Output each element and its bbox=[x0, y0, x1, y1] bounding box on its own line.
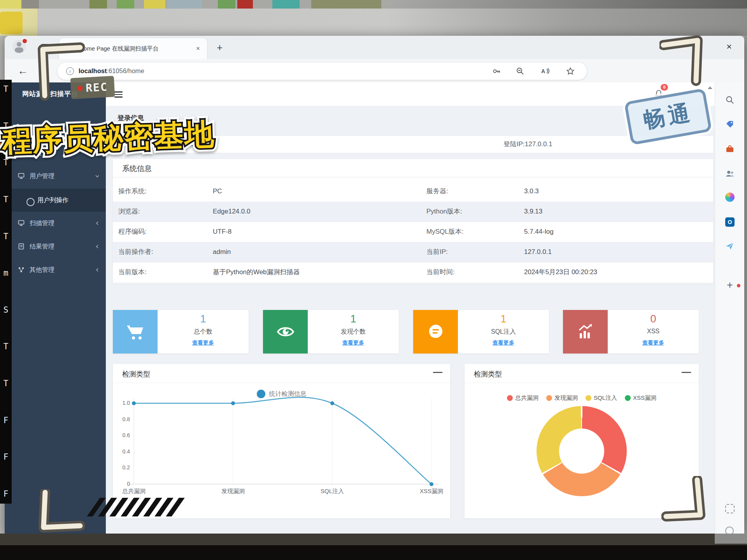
key-icon[interactable] bbox=[493, 67, 501, 75]
chevron-down-icon bbox=[95, 174, 100, 178]
stat-value: 1 bbox=[158, 313, 249, 325]
paper-plane-icon[interactable] bbox=[725, 242, 735, 251]
designer-icon[interactable] bbox=[725, 192, 735, 202]
stat-label: SQL注入 bbox=[458, 328, 549, 336]
slash-marks bbox=[93, 498, 178, 516]
legend-dot-icon bbox=[546, 395, 552, 401]
document-icon bbox=[18, 243, 25, 250]
sidebar-item-result-management[interactable]: 结果管理 bbox=[5, 235, 106, 258]
comment-icon bbox=[425, 321, 447, 342]
sidebar-item-user-management[interactable]: 用户管理 bbox=[5, 164, 106, 187]
legend-item[interactable]: 发现漏洞 bbox=[546, 394, 578, 402]
sidebar-item-scan-management[interactable]: 扫描管理 bbox=[5, 212, 106, 234]
row-value: 3.9.13 bbox=[524, 201, 542, 222]
table-row: 操作系统:PC服务器:3.0.3 bbox=[113, 181, 713, 202]
film-strip-letter: F bbox=[4, 490, 9, 498]
outlook-icon[interactable]: O bbox=[725, 217, 735, 227]
desktop-right-sliver bbox=[744, 36, 747, 534]
film-strip-letter: T bbox=[4, 196, 9, 204]
legend-item[interactable]: SQL注入 bbox=[586, 394, 617, 402]
row-value: UTF-8 bbox=[213, 222, 231, 242]
sidebar-item-label: 结果管理 bbox=[30, 235, 54, 258]
row-label: 当前时间: bbox=[426, 262, 455, 282]
circle-icon bbox=[26, 198, 35, 206]
collapse-button[interactable]: — bbox=[682, 366, 691, 377]
stat-value: 1 bbox=[458, 313, 549, 325]
film-strip-letter: F bbox=[4, 416, 9, 425]
film-strip-letter: F bbox=[4, 453, 9, 461]
legend-dot-icon bbox=[586, 395, 591, 401]
hamburger-menu-icon[interactable] bbox=[114, 91, 123, 99]
video-bottom-band-dark bbox=[0, 545, 747, 560]
bar-chart-icon bbox=[575, 322, 596, 342]
row-label: 当前IP: bbox=[426, 242, 448, 262]
main-content: 登录信息 登陆时间:2024-05-23 00:20:05 登陆IP:127.0… bbox=[106, 106, 715, 534]
plus-icon[interactable]: + bbox=[725, 280, 735, 290]
shopping-tag-icon[interactable] bbox=[725, 120, 735, 129]
stat-value: 1 bbox=[308, 313, 399, 325]
stat-label: XSS bbox=[608, 328, 699, 335]
sidebar-item-label: 扫描管理 bbox=[30, 212, 54, 234]
briefcase-icon[interactable] bbox=[725, 144, 735, 154]
row-label: 程序编码: bbox=[118, 222, 147, 242]
stat-card-xss: 0 XSS 查看更多 bbox=[563, 310, 699, 354]
y-axis-tick: 1.0 bbox=[113, 400, 130, 406]
svg-text:A: A bbox=[541, 68, 545, 74]
row-label: 服务器: bbox=[426, 181, 448, 201]
system-info-card: 系统信息 操作系统:PC服务器:3.0.3 浏览器:Edge124.0.0Pyt… bbox=[113, 159, 713, 284]
view-more-link[interactable]: 查看更多 bbox=[308, 340, 399, 346]
stat-icon-box bbox=[413, 310, 458, 354]
stat-icon-box bbox=[563, 310, 608, 354]
rec-badge: REC bbox=[70, 76, 115, 99]
corner-bracket-bottom-left bbox=[34, 489, 85, 537]
back-arrow-icon[interactable]: ← bbox=[18, 64, 28, 78]
people-icon[interactable] bbox=[725, 169, 735, 178]
legend-label: 总共漏洞 bbox=[515, 394, 538, 402]
read-aloud-icon[interactable]: A bbox=[541, 67, 549, 75]
table-row: 当前版本:基于Python的Web漏洞扫描器当前时间:2024年5月23日 00… bbox=[113, 262, 713, 283]
row-value: 5.7.44-log bbox=[524, 222, 554, 242]
stat-value: 0 bbox=[608, 313, 699, 325]
divider bbox=[465, 383, 699, 383]
view-more-link[interactable]: 查看更多 bbox=[158, 340, 249, 346]
app-navbar: 0 bbox=[106, 82, 715, 106]
y-axis-tick: 0 bbox=[113, 481, 130, 487]
url-path: :61056/home bbox=[107, 67, 144, 74]
film-strip-letter: T bbox=[4, 343, 9, 351]
view-more-link[interactable]: 查看更多 bbox=[458, 340, 549, 346]
settings-gear-icon[interactable] bbox=[725, 527, 734, 534]
search-icon[interactable] bbox=[725, 95, 735, 105]
table-row: 当前操作者:admin当前IP:127.0.0.1 bbox=[113, 242, 713, 262]
sidebar-item-user-list-ops[interactable]: 用户列操作 bbox=[5, 189, 106, 212]
notification-dot bbox=[737, 284, 740, 287]
view-more-link[interactable]: 查看更多 bbox=[608, 340, 699, 346]
stamp-text: 畅通 bbox=[641, 98, 695, 135]
film-strip-letter: m bbox=[4, 269, 9, 277]
sidebar-item-other-management[interactable]: 其他管理 bbox=[5, 258, 106, 281]
system-info-title: 系统信息 bbox=[122, 164, 152, 174]
zoom-out-icon[interactable] bbox=[516, 67, 524, 75]
chevron-left-icon bbox=[95, 244, 100, 249]
film-strip-letter: T bbox=[4, 85, 9, 93]
monitor-icon bbox=[18, 220, 25, 226]
video-bottom-band bbox=[0, 534, 747, 545]
sidebar-item-label: 用户列操作 bbox=[37, 189, 68, 212]
login-ip: 登陆IP:127.0.0.1 bbox=[503, 136, 552, 153]
row-label: MySQL版本: bbox=[426, 222, 463, 242]
legend-label: 发现漏洞 bbox=[554, 394, 578, 402]
sidebar-item-label: 用户管理 bbox=[30, 164, 54, 187]
row-value: 基于Python的Web漏洞扫描器 bbox=[213, 262, 300, 282]
y-axis-tick: 0.6 bbox=[113, 432, 130, 438]
screenshot-tool-icon[interactable] bbox=[725, 504, 735, 513]
legend-item[interactable]: 总共漏洞 bbox=[507, 394, 538, 402]
window-close-button[interactable]: × bbox=[726, 39, 732, 54]
y-axis-tick: 0.2 bbox=[113, 464, 130, 471]
new-tab-button[interactable]: + bbox=[217, 40, 223, 54]
legend-item[interactable]: XSS漏洞 bbox=[625, 394, 656, 402]
tab-close-icon[interactable]: × bbox=[196, 38, 200, 59]
legend-dot-icon bbox=[625, 395, 631, 401]
address-bar[interactable]: i localhost:61056/home A bbox=[57, 62, 587, 80]
chevron-left-icon bbox=[95, 268, 100, 272]
avatar-head-icon bbox=[17, 42, 21, 47]
favorite-star-icon[interactable] bbox=[566, 67, 575, 75]
